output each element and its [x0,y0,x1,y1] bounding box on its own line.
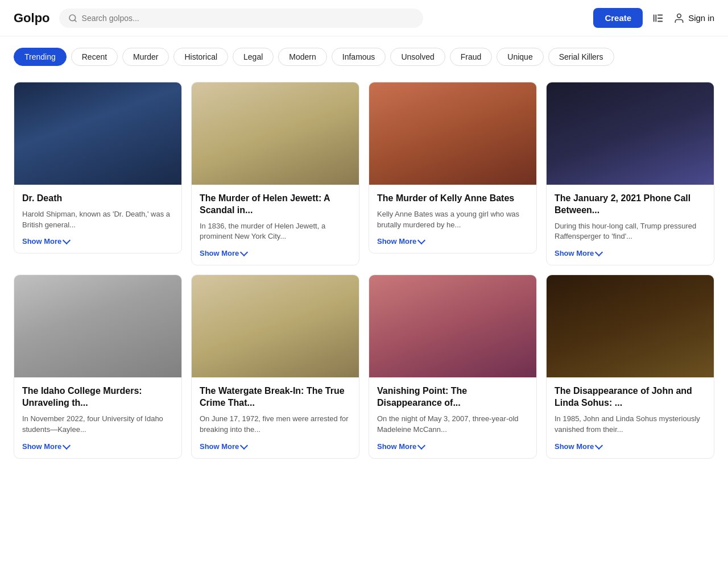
category-tab-modern[interactable]: Modern [278,48,326,66]
chevron-down-icon [240,248,248,256]
card-image [547,82,714,185]
card-image [547,275,714,377]
show-more-button[interactable]: Show More [200,442,247,451]
card-image [369,275,536,377]
library-icon[interactable] [652,12,664,24]
sign-in-label: Sign in [688,13,714,23]
chevron-down-icon [240,441,248,449]
card-title: The Watergate Break-In: The True Crime T… [200,385,351,409]
show-more-button[interactable]: Show More [555,249,602,257]
card-title: The Murder of Helen Jewett: A Scandal in… [200,193,351,217]
card-description: In 1985, John and Linda Sohus mysterious… [555,414,706,435]
card-image [14,82,181,185]
svg-line-1 [75,20,76,22]
chevron-down-icon [417,441,425,449]
chevron-down-icon [595,441,603,449]
user-icon [673,13,685,24]
show-more-button[interactable]: Show More [377,237,424,246]
category-bar: TrendingRecentMurderHistoricalLegalModer… [0,36,728,77]
header-right: Create Sign in [593,8,714,28]
create-button[interactable]: Create [593,8,643,28]
card-title: Dr. Death [22,193,173,205]
category-tab-unique[interactable]: Unique [497,48,543,66]
search-bar [59,9,423,28]
card-description: In November 2022, four University of Ida… [22,414,173,435]
chevron-down-icon [63,236,71,244]
card-description: On June 17, 1972, five men were arrested… [200,414,351,435]
card-title: The Idaho College Murders: Unraveling th… [22,385,173,409]
show-more-button[interactable]: Show More [22,237,69,246]
category-tab-murder[interactable]: Murder [122,48,169,66]
card-description: Harold Shipman, known as 'Dr. Death,' wa… [22,209,173,231]
category-tab-historical[interactable]: Historical [173,48,228,66]
header: Golpo Create Sign in [0,0,728,36]
card-description: In 1836, the murder of Helen Jewett, a p… [200,221,351,243]
show-more-button[interactable]: Show More [22,442,69,451]
card-description: On the night of May 3, 2007, three-year-… [377,414,528,435]
card-card-5[interactable]: The Idaho College Murders: Unraveling th… [9,270,187,463]
card-card-2[interactable]: The Murder of Helen Jewett: A Scandal in… [187,77,364,270]
category-tab-fraud[interactable]: Fraud [450,48,493,66]
card-description: Kelly Anne Bates was a young girl who wa… [377,209,528,231]
category-tab-serial-killers[interactable]: Serial Killers [548,48,614,66]
category-tab-trending[interactable]: Trending [14,48,67,66]
card-image [369,82,536,185]
card-title: Vanishing Point: The Disappearance of... [377,385,528,409]
card-image [14,275,181,377]
logo: Golpo [14,11,50,26]
card-title: The Disappearance of John and Linda Sohu… [555,385,706,409]
card-image [192,275,359,377]
card-card-8[interactable]: The Disappearance of John and Linda Sohu… [541,270,719,463]
show-more-button[interactable]: Show More [555,442,602,451]
chevron-down-icon [63,441,71,449]
category-tab-infamous[interactable]: Infamous [332,48,386,66]
category-tab-recent[interactable]: Recent [71,48,118,66]
card-title: The Murder of Kelly Anne Bates [377,193,528,205]
chevron-down-icon [595,248,603,256]
category-tab-unsolved[interactable]: Unsolved [390,48,445,66]
card-grid: Dr. Death Harold Shipman, known as 'Dr. … [0,77,728,463]
card-card-6[interactable]: The Watergate Break-In: The True Crime T… [187,270,364,463]
chevron-down-icon [417,236,425,244]
search-input[interactable] [82,14,414,23]
sign-in-button[interactable]: Sign in [673,13,714,24]
card-card-7[interactable]: Vanishing Point: The Disappearance of...… [364,270,541,463]
svg-point-7 [677,14,681,18]
search-icon [68,14,77,23]
card-title: The January 2, 2021 Phone Call Between..… [555,193,706,217]
category-tab-legal[interactable]: Legal [233,48,274,66]
card-card-4[interactable]: The January 2, 2021 Phone Call Between..… [541,77,719,270]
show-more-button[interactable]: Show More [200,249,247,257]
card-image [192,82,359,185]
show-more-button[interactable]: Show More [377,442,424,451]
card-description: During this hour-long call, Trump pressu… [555,221,706,243]
card-card-3[interactable]: The Murder of Kelly Anne Bates Kelly Ann… [364,77,541,270]
card-card-1[interactable]: Dr. Death Harold Shipman, known as 'Dr. … [9,77,187,270]
